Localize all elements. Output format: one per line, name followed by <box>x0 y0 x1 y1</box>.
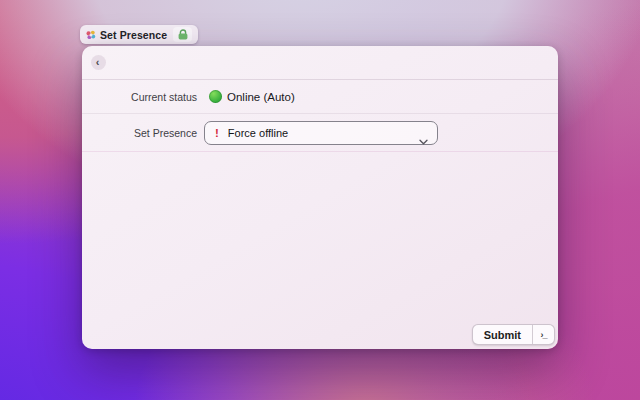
current-status-value: Online (Auto) <box>209 90 295 103</box>
submit-button-group: Submit ›_ <box>472 324 555 345</box>
presence-selected-option: Force offline <box>228 127 288 139</box>
lock-icon[interactable] <box>173 27 192 42</box>
terminal-prompt-icon: ›_ <box>540 330 546 340</box>
set-presence-window: ‹ Current status Online (Auto) Set Prese… <box>82 46 558 349</box>
set-presence-tab[interactable]: Set Presence <box>80 25 198 44</box>
current-status-row: Current status Online (Auto) <box>82 80 558 114</box>
tab-title: Set Presence <box>100 29 167 41</box>
back-button[interactable]: ‹ <box>91 55 106 70</box>
warning-icon: ! <box>215 127 219 139</box>
window-header: ‹ <box>82 46 558 80</box>
set-presence-label: Set Presence <box>82 127 197 139</box>
online-status-text: Online (Auto) <box>227 91 295 103</box>
presence-select[interactable]: ! Force offline <box>204 121 438 145</box>
current-status-label: Current status <box>82 91 197 103</box>
flower-icon <box>86 30 96 40</box>
chevron-left-icon: ‹ <box>96 57 100 68</box>
online-status-dot <box>209 90 222 103</box>
chevron-down-icon <box>419 131 428 149</box>
set-presence-row: Set Presence ! Force offline <box>82 114 558 152</box>
terminal-run-button[interactable]: ›_ <box>533 325 554 344</box>
submit-button[interactable]: Submit <box>473 325 532 344</box>
